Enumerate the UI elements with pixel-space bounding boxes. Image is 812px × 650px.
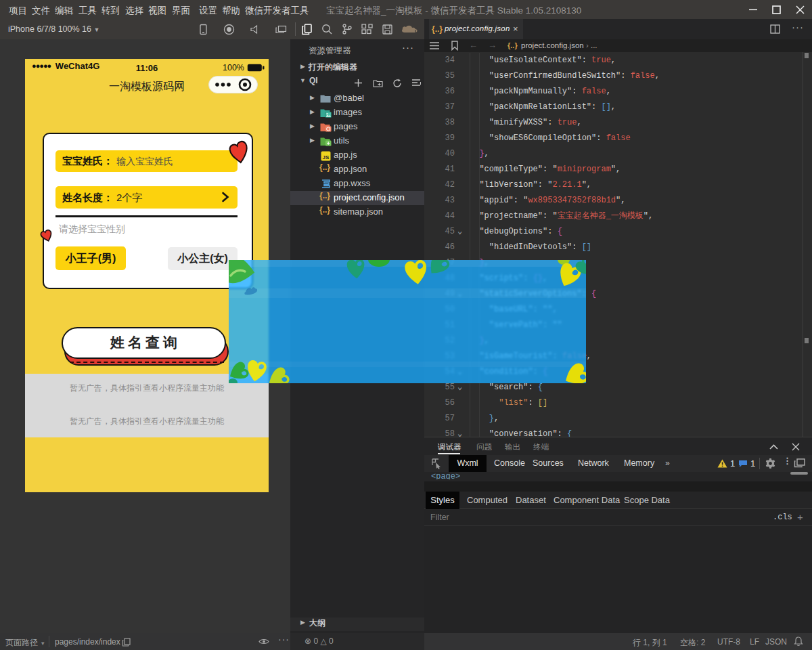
svg-text:JS: JS	[323, 154, 330, 160]
